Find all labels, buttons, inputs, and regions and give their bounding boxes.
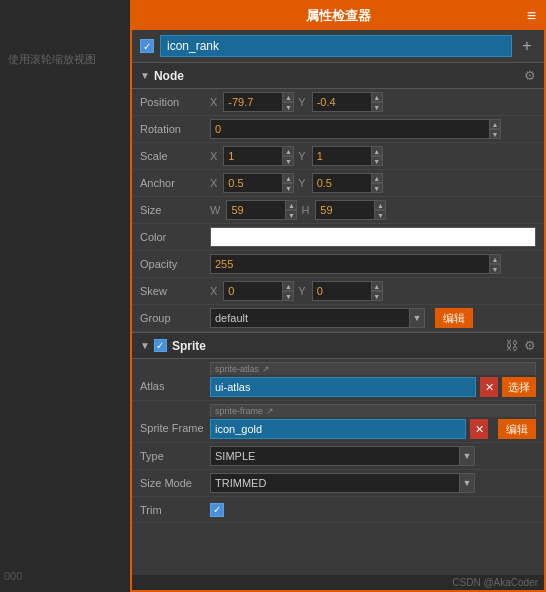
anchor-x-input[interactable] xyxy=(223,173,283,193)
position-x-group: ▲ ▼ xyxy=(223,92,294,112)
atlas-label: Atlas xyxy=(140,362,210,392)
sprite-icons: ⛓ ⚙ xyxy=(505,338,536,353)
node-name-input[interactable] xyxy=(160,35,512,57)
color-fields xyxy=(210,227,536,247)
group-edit-button[interactable]: 编辑 xyxy=(435,308,473,328)
sprite-frame-clear-button[interactable]: ✕ xyxy=(470,419,488,439)
atlas-choose-button[interactable]: 选择 xyxy=(502,377,536,397)
node-section-arrow[interactable]: ▼ xyxy=(140,70,150,81)
group-dropdown[interactable] xyxy=(210,308,410,328)
hint-text: 使用滚轮缩放视图 xyxy=(4,48,100,71)
inspector-panel: 属性检查器 ≡ + ▼ Node ⚙ Position X ▲ ▼ xyxy=(130,0,546,592)
bottom-num: 000 xyxy=(4,570,22,582)
anchor-x-up[interactable]: ▲ xyxy=(282,173,294,183)
trim-row: Trim xyxy=(132,497,544,523)
anchor-y-input[interactable] xyxy=(312,173,372,193)
panel-title: 属性检查器 xyxy=(306,7,371,25)
anchor-x-group: ▲ ▼ xyxy=(223,173,294,193)
atlas-field-wrapper: sprite-atlas ↗ ✕ 选择 xyxy=(210,362,536,397)
rotation-up[interactable]: ▲ xyxy=(489,119,501,129)
position-x-input[interactable] xyxy=(223,92,283,112)
rotation-group: ▲ ▼ xyxy=(210,119,501,139)
group-row: Group ▼ 编辑 xyxy=(132,305,544,332)
size-w-down[interactable]: ▼ xyxy=(285,210,297,220)
node-enabled-checkbox[interactable] xyxy=(140,39,154,53)
anchor-y-down[interactable]: ▼ xyxy=(371,183,383,193)
anchor-y-group: ▲ ▼ xyxy=(312,173,383,193)
scale-y-down[interactable]: ▼ xyxy=(371,156,383,166)
panel-menu-icon[interactable]: ≡ xyxy=(527,7,536,25)
skew-y-up[interactable]: ▲ xyxy=(371,281,383,291)
atlas-clear-button[interactable]: ✕ xyxy=(480,377,498,397)
sprite-frame-mini-label: sprite-frame ↗ xyxy=(210,404,536,417)
anchor-label: Anchor xyxy=(140,177,210,189)
sprite-link-icon[interactable]: ⛓ xyxy=(505,338,518,353)
scale-x-down[interactable]: ▼ xyxy=(282,156,294,166)
node-section-gear[interactable]: ⚙ xyxy=(524,68,536,83)
size-w-group: ▲ ▼ xyxy=(226,200,297,220)
opacity-up[interactable]: ▲ xyxy=(489,254,501,264)
scale-x-up[interactable]: ▲ xyxy=(282,146,294,156)
anchor-x-down[interactable]: ▼ xyxy=(282,183,294,193)
scale-row: Scale X ▲ ▼ Y ▲ ▼ xyxy=(132,143,544,170)
anchor-y-up[interactable]: ▲ xyxy=(371,173,383,183)
type-row: Type ▼ xyxy=(132,443,544,470)
type-dropdown[interactable] xyxy=(210,446,460,466)
trim-fields xyxy=(210,503,536,517)
opacity-input[interactable] xyxy=(210,254,490,274)
scale-x-group: ▲ ▼ xyxy=(223,146,294,166)
position-y-input[interactable] xyxy=(312,92,372,112)
scale-x-input[interactable] xyxy=(223,146,283,166)
skew-y-input[interactable] xyxy=(312,281,372,301)
rotation-input[interactable] xyxy=(210,119,490,139)
type-fields: ▼ xyxy=(210,446,536,466)
position-y-spinner: ▲ ▼ xyxy=(371,92,383,112)
footer-text: CSDN @AkaCoder xyxy=(452,577,538,588)
sprite-section-title: Sprite xyxy=(172,339,206,353)
opacity-down[interactable]: ▼ xyxy=(489,264,501,274)
position-x-spinner: ▲ ▼ xyxy=(282,92,294,112)
type-dropdown-arrow[interactable]: ▼ xyxy=(459,446,475,466)
skew-x-input[interactable] xyxy=(223,281,283,301)
size-h-up[interactable]: ▲ xyxy=(374,200,386,210)
position-x-down[interactable]: ▼ xyxy=(282,102,294,112)
skew-y-down[interactable]: ▼ xyxy=(371,291,383,301)
sprite-frame-row: Sprite Frame sprite-frame ↗ ✕ 编辑 xyxy=(132,401,544,443)
node-section-title: Node xyxy=(154,69,184,83)
opacity-group: ▲ ▼ xyxy=(210,254,501,274)
atlas-input[interactable] xyxy=(210,377,476,397)
sprite-enabled-checkbox[interactable] xyxy=(154,339,167,352)
group-dropdown-arrow[interactable]: ▼ xyxy=(409,308,425,328)
skew-x-up[interactable]: ▲ xyxy=(282,281,294,291)
scale-y-spinner: ▲ ▼ xyxy=(371,146,383,166)
size-mode-dropdown-arrow[interactable]: ▼ xyxy=(459,473,475,493)
position-y-up[interactable]: ▲ xyxy=(371,92,383,102)
scale-y-label: Y xyxy=(298,150,305,162)
scale-y-input[interactable] xyxy=(312,146,372,166)
size-w-up[interactable]: ▲ xyxy=(285,200,297,210)
size-mode-dropdown[interactable] xyxy=(210,473,460,493)
scale-y-group: ▲ ▼ xyxy=(312,146,383,166)
size-w-input[interactable] xyxy=(226,200,286,220)
position-y-down[interactable]: ▼ xyxy=(371,102,383,112)
scale-y-up[interactable]: ▲ xyxy=(371,146,383,156)
skew-x-label: X xyxy=(210,285,217,297)
position-x-up[interactable]: ▲ xyxy=(282,92,294,102)
anchor-x-label: X xyxy=(210,177,217,189)
size-h-input[interactable] xyxy=(315,200,375,220)
skew-label: Skew xyxy=(140,285,210,297)
sprite-gear-icon[interactable]: ⚙ xyxy=(524,338,536,353)
size-mode-label: Size Mode xyxy=(140,477,210,489)
sprite-section-arrow[interactable]: ▼ xyxy=(140,340,150,351)
sprite-frame-input[interactable] xyxy=(210,419,466,439)
add-component-button[interactable]: + xyxy=(518,37,536,55)
skew-x-down[interactable]: ▼ xyxy=(282,291,294,301)
trim-checkbox[interactable] xyxy=(210,503,224,517)
position-label: Position xyxy=(140,96,210,108)
color-swatch[interactable] xyxy=(210,227,536,247)
size-w-spinner: ▲ ▼ xyxy=(285,200,297,220)
size-h-down[interactable]: ▼ xyxy=(374,210,386,220)
rotation-down[interactable]: ▼ xyxy=(489,129,501,139)
sprite-frame-edit-button[interactable]: 编辑 xyxy=(498,419,536,439)
anchor-row: Anchor X ▲ ▼ Y ▲ ▼ xyxy=(132,170,544,197)
